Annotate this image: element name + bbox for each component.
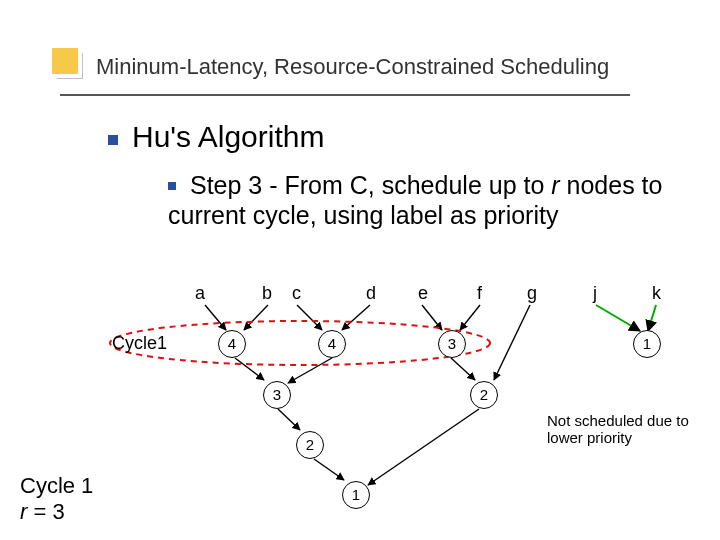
- step-description: Step 3 - From C, schedule up to r nodes …: [168, 170, 690, 230]
- node-4-right: 4: [318, 330, 346, 358]
- node-1-bottom: 1: [342, 481, 370, 509]
- label-k: k: [652, 283, 661, 304]
- svg-line-3: [342, 305, 370, 330]
- svg-line-15: [648, 305, 656, 331]
- svg-line-6: [235, 358, 264, 380]
- svg-line-11: [314, 459, 344, 480]
- label-e: e: [418, 283, 428, 304]
- label-j: j: [593, 283, 597, 304]
- svg-line-7: [288, 358, 332, 383]
- step-text-r: r: [551, 171, 559, 199]
- bullet-icon: [108, 135, 118, 145]
- svg-line-10: [278, 409, 300, 430]
- heading-text: Hu's Algorithm: [132, 120, 324, 153]
- step-text-pre: Step 3 - From C, schedule up to: [190, 171, 551, 199]
- node-3-left: 3: [263, 381, 291, 409]
- heading-algorithm: Hu's Algorithm: [108, 120, 324, 154]
- accent-block: [52, 48, 78, 74]
- svg-line-9: [494, 305, 530, 380]
- svg-line-1: [244, 305, 268, 330]
- node-3-right: 3: [438, 330, 466, 358]
- label-d: d: [366, 283, 376, 304]
- svg-line-0: [205, 305, 226, 330]
- not-scheduled-note: Not scheduled due to lower priority: [547, 412, 692, 447]
- label-a: a: [195, 283, 205, 304]
- node-2-left: 2: [296, 431, 324, 459]
- footer-params: Cycle 1 r = 3: [20, 473, 93, 524]
- bullet-icon: [168, 182, 176, 190]
- label-b: b: [262, 283, 272, 304]
- label-f: f: [477, 283, 482, 304]
- svg-line-12: [368, 409, 479, 485]
- node-1-right: 1: [633, 330, 661, 358]
- label-g: g: [527, 283, 537, 304]
- svg-line-2: [297, 305, 322, 330]
- cycle1-ring-label: Cycle1: [112, 333, 167, 354]
- footer-cycle-label: Cycle 1: [20, 473, 93, 498]
- graph-diagram: a b c d e f g j k Cycle1 4 4 3 1 3 2 2 1: [0, 275, 720, 540]
- node-2-right: 2: [470, 381, 498, 409]
- title-underline: [60, 94, 630, 96]
- label-c: c: [292, 283, 301, 304]
- node-4-left: 4: [218, 330, 246, 358]
- page-title: Mininum-Latency, Resource-Constrained Sc…: [96, 54, 609, 80]
- svg-line-14: [596, 305, 640, 331]
- svg-line-5: [460, 305, 480, 330]
- footer-r-value: = 3: [27, 499, 64, 524]
- svg-line-8: [451, 358, 475, 380]
